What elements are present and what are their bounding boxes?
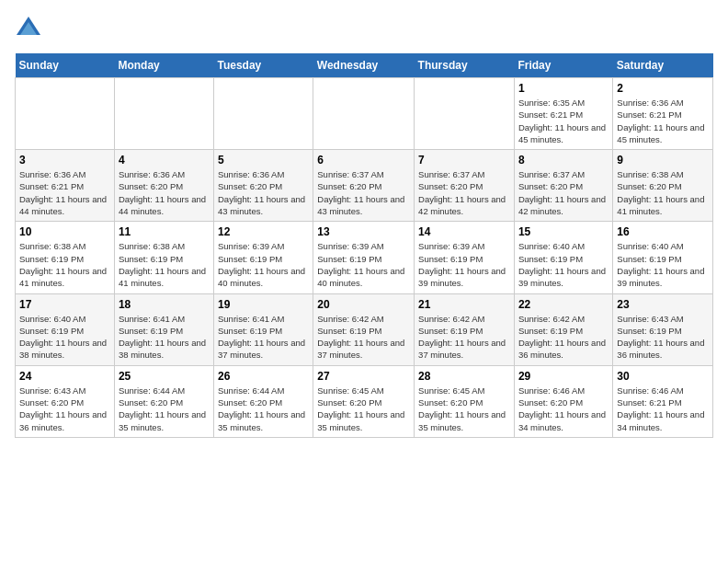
day-info: Sunrise: 6:37 AM Sunset: 6:20 PM Dayligh… [317,168,410,217]
week-row-3: 10Sunrise: 6:38 AM Sunset: 6:19 PM Dayli… [16,222,713,293]
day-number: 22 [518,298,609,311]
day-number: 19 [218,298,309,311]
day-cell: 9Sunrise: 6:38 AM Sunset: 6:20 PM Daylig… [613,150,713,222]
day-cell: 4Sunrise: 6:36 AM Sunset: 6:20 PM Daylig… [114,150,213,222]
day-cell: 25Sunrise: 6:44 AM Sunset: 6:20 PM Dayli… [114,365,213,437]
day-info: Sunrise: 6:39 AM Sunset: 6:19 PM Dayligh… [317,240,410,289]
week-row-4: 17Sunrise: 6:40 AM Sunset: 6:19 PM Dayli… [16,293,713,365]
day-info: Sunrise: 6:40 AM Sunset: 6:19 PM Dayligh… [617,240,709,289]
day-info: Sunrise: 6:38 AM Sunset: 6:19 PM Dayligh… [19,240,110,289]
day-info: Sunrise: 6:46 AM Sunset: 6:20 PM Dayligh… [518,385,609,433]
day-cell: 5Sunrise: 6:36 AM Sunset: 6:20 PM Daylig… [214,150,313,222]
day-info: Sunrise: 6:44 AM Sunset: 6:20 PM Dayligh… [119,385,210,433]
day-cell [214,78,313,150]
day-number: 1 [518,82,609,95]
day-cell [313,78,415,150]
day-number: 30 [617,370,709,383]
day-cell: 15Sunrise: 6:40 AM Sunset: 6:19 PM Dayli… [514,222,612,293]
day-info: Sunrise: 6:36 AM Sunset: 6:21 PM Dayligh… [617,97,709,145]
day-number: 24 [19,370,110,383]
day-number: 4 [119,154,210,167]
header-cell-monday: Monday [114,53,213,78]
day-info: Sunrise: 6:42 AM Sunset: 6:19 PM Dayligh… [518,313,609,362]
day-cell: 29Sunrise: 6:46 AM Sunset: 6:20 PM Dayli… [514,365,612,437]
day-cell: 6Sunrise: 6:37 AM Sunset: 6:20 PM Daylig… [313,150,415,222]
day-number: 26 [218,370,309,383]
header-row: SundayMondayTuesdayWednesdayThursdayFrid… [16,53,713,78]
header-cell-saturday: Saturday [613,53,713,78]
day-info: Sunrise: 6:40 AM Sunset: 6:19 PM Dayligh… [518,240,609,289]
header-cell-thursday: Thursday [415,53,515,78]
day-info: Sunrise: 6:45 AM Sunset: 6:20 PM Dayligh… [317,385,410,433]
day-info: Sunrise: 6:36 AM Sunset: 6:20 PM Dayligh… [119,168,210,217]
week-row-2: 3Sunrise: 6:36 AM Sunset: 6:21 PM Daylig… [16,150,713,222]
day-info: Sunrise: 6:42 AM Sunset: 6:19 PM Dayligh… [317,313,410,362]
page-header [15,15,713,42]
day-cell: 26Sunrise: 6:44 AM Sunset: 6:20 PM Dayli… [214,365,313,437]
day-cell: 13Sunrise: 6:39 AM Sunset: 6:19 PM Dayli… [313,222,415,293]
day-cell: 17Sunrise: 6:40 AM Sunset: 6:19 PM Dayli… [16,293,115,365]
day-cell [114,78,213,150]
day-info: Sunrise: 6:44 AM Sunset: 6:20 PM Dayligh… [218,385,309,433]
calendar-body: 1Sunrise: 6:35 AM Sunset: 6:21 PM Daylig… [16,78,713,438]
day-number: 28 [418,370,510,383]
day-cell [16,78,115,150]
header-cell-sunday: Sunday [16,53,115,78]
week-row-1: 1Sunrise: 6:35 AM Sunset: 6:21 PM Daylig… [16,78,713,150]
logo-icon [15,15,42,42]
day-info: Sunrise: 6:39 AM Sunset: 6:19 PM Dayligh… [218,240,309,289]
day-number: 27 [317,370,410,383]
day-cell: 27Sunrise: 6:45 AM Sunset: 6:20 PM Dayli… [313,365,415,437]
day-number: 12 [218,225,309,238]
day-info: Sunrise: 6:43 AM Sunset: 6:20 PM Dayligh… [19,385,110,433]
day-info: Sunrise: 6:42 AM Sunset: 6:19 PM Dayligh… [418,313,510,362]
day-cell: 23Sunrise: 6:43 AM Sunset: 6:19 PM Dayli… [613,293,713,365]
day-number: 25 [119,370,210,383]
day-number: 15 [518,225,609,238]
day-number: 21 [418,298,510,311]
day-cell: 7Sunrise: 6:37 AM Sunset: 6:20 PM Daylig… [415,150,515,222]
day-info: Sunrise: 6:40 AM Sunset: 6:19 PM Dayligh… [19,313,110,362]
day-cell: 16Sunrise: 6:40 AM Sunset: 6:19 PM Dayli… [613,222,713,293]
day-cell: 18Sunrise: 6:41 AM Sunset: 6:19 PM Dayli… [114,293,213,365]
header-cell-friday: Friday [514,53,612,78]
day-number: 6 [317,154,410,167]
day-cell: 11Sunrise: 6:38 AM Sunset: 6:19 PM Dayli… [114,222,213,293]
day-cell: 14Sunrise: 6:39 AM Sunset: 6:19 PM Dayli… [415,222,515,293]
day-number: 2 [617,82,709,95]
day-cell: 30Sunrise: 6:46 AM Sunset: 6:21 PM Dayli… [613,365,713,437]
day-number: 11 [119,225,210,238]
day-info: Sunrise: 6:41 AM Sunset: 6:19 PM Dayligh… [119,313,210,362]
day-number: 18 [119,298,210,311]
day-number: 23 [617,298,709,311]
day-number: 5 [218,154,309,167]
calendar-table: SundayMondayTuesdayWednesdayThursdayFrid… [15,53,713,438]
logo [15,15,46,42]
day-info: Sunrise: 6:37 AM Sunset: 6:20 PM Dayligh… [418,168,510,217]
day-cell: 2Sunrise: 6:36 AM Sunset: 6:21 PM Daylig… [613,78,713,150]
day-number: 17 [19,298,110,311]
day-cell: 12Sunrise: 6:39 AM Sunset: 6:19 PM Dayli… [214,222,313,293]
day-info: Sunrise: 6:37 AM Sunset: 6:20 PM Dayligh… [518,168,609,217]
day-info: Sunrise: 6:46 AM Sunset: 6:21 PM Dayligh… [617,385,709,433]
day-cell: 20Sunrise: 6:42 AM Sunset: 6:19 PM Dayli… [313,293,415,365]
day-number: 8 [518,154,609,167]
week-row-5: 24Sunrise: 6:43 AM Sunset: 6:20 PM Dayli… [16,365,713,437]
day-number: 20 [317,298,410,311]
day-number: 10 [19,225,110,238]
day-number: 13 [317,225,410,238]
day-cell: 8Sunrise: 6:37 AM Sunset: 6:20 PM Daylig… [514,150,612,222]
day-info: Sunrise: 6:36 AM Sunset: 6:20 PM Dayligh… [218,168,309,217]
day-number: 7 [418,154,510,167]
day-number: 16 [617,225,709,238]
calendar-header: SundayMondayTuesdayWednesdayThursdayFrid… [16,53,713,78]
day-number: 14 [418,225,510,238]
day-number: 9 [617,154,709,167]
day-number: 3 [19,154,110,167]
day-info: Sunrise: 6:43 AM Sunset: 6:19 PM Dayligh… [617,313,709,362]
day-info: Sunrise: 6:38 AM Sunset: 6:20 PM Dayligh… [617,168,709,217]
day-info: Sunrise: 6:45 AM Sunset: 6:20 PM Dayligh… [418,385,510,433]
day-cell: 22Sunrise: 6:42 AM Sunset: 6:19 PM Dayli… [514,293,612,365]
day-cell: 3Sunrise: 6:36 AM Sunset: 6:21 PM Daylig… [16,150,115,222]
day-cell: 21Sunrise: 6:42 AM Sunset: 6:19 PM Dayli… [415,293,515,365]
